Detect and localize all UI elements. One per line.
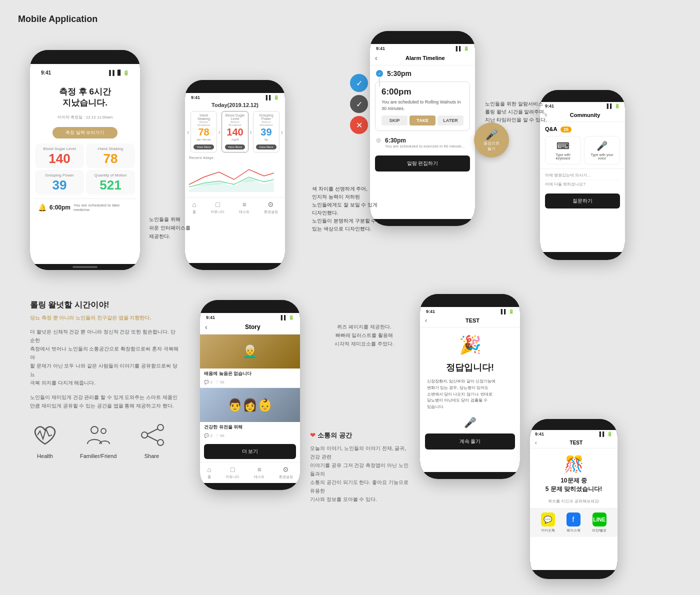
hand-shaking-label: Hand Shaking xyxy=(90,146,131,151)
qa-badge: 25 xyxy=(560,126,572,132)
story-person-icon: 👨‍🦳 xyxy=(242,344,258,358)
feature-icons-row: Health Familier/Friend xyxy=(30,420,180,459)
metric-hand-shaking: Hand Shaking 78 xyxy=(86,144,135,168)
more-btn[interactable]: 더 보기 xyxy=(204,444,296,459)
sm-label-hand: Hand Shaking xyxy=(193,114,215,120)
phone-notch-7 xyxy=(556,419,592,426)
sm-value-grasp: 39 xyxy=(256,126,278,138)
status-icons-2: ▌▌ 🔋 xyxy=(266,95,279,100)
status-time-1: 9:41 xyxy=(41,70,51,76)
nav-settings-label-2: 환경설정 xyxy=(264,210,278,214)
line-label: 라인/밸로 xyxy=(592,528,607,533)
svg-marker-0 xyxy=(189,180,274,192)
take-btn[interactable]: TAKE xyxy=(410,116,436,126)
ask-btn[interactable]: 질문하기 xyxy=(545,194,620,208)
close-btn[interactable]: ✕ xyxy=(350,116,368,134)
blood-sugar-value: 140 xyxy=(39,152,80,165)
voice-btn-6[interactable]: 🎤 xyxy=(420,414,520,430)
nav-home-2[interactable]: ⌂ 홈 xyxy=(192,200,196,214)
bottom-desc-1: 더 왈넛은 신체적 건강 뿐 아니라 정신적 건강 또한 힘쓴합니다. 단순한 … xyxy=(30,328,180,387)
voice-text: 음성으로 들기 xyxy=(484,140,500,152)
view-more-hand[interactable]: View More xyxy=(194,144,214,150)
metric-quantity: Quantity of Motion 521 xyxy=(86,170,135,194)
qa-title: Q&A xyxy=(545,126,557,132)
heart-icon-story: ❤ xyxy=(310,430,316,441)
fb-share-btn[interactable]: f 페이스북 xyxy=(566,512,580,533)
desc-alarm-text: 노인들을 위한 알람서비스 롤링 왈넛 시간을 알려주며, 지난 타임라인을 알… xyxy=(485,101,547,122)
next-arrow[interactable]: › xyxy=(280,128,283,136)
back-arrow-3[interactable]: ‹ xyxy=(375,54,378,62)
phone-notch-5 xyxy=(228,300,272,309)
bottom-nav-2: ⌂ 홈 □ 커뮤니티 ≡ 테스트 ⚙ 환경설정 xyxy=(185,197,285,216)
nav-test-5[interactable]: ≡ 테스트 xyxy=(254,466,264,480)
timeline-dot-2 xyxy=(376,138,381,143)
voice-label: Type with your voice xyxy=(588,153,616,160)
grasping-label: Grasping Power xyxy=(39,173,80,178)
mid-arrow-1[interactable]: › xyxy=(218,128,220,136)
health-icon-item: Health xyxy=(30,420,60,459)
status-time-5: 9:41 xyxy=(206,315,215,320)
line-share-btn[interactable]: LINE 라인/밸로 xyxy=(592,512,607,533)
phone-screen-6: 9:41 ▌▌ 🔋 ‹ TEST 🎉 정답입니다! 신장장환자, 임산부와 같이… xyxy=(420,307,520,472)
nav-community-2[interactable]: □ 커뮤니티 xyxy=(210,200,224,214)
phone-quiz-correct: 9:41 ▌▌ 🔋 ‹ TEST 🎉 정답입니다! 신장장환자, 임산부와 같이… xyxy=(420,294,520,479)
dark-check-btn[interactable]: ✓ xyxy=(350,95,368,113)
continue-btn[interactable]: 계속 풀기 xyxy=(425,434,515,450)
phone1-subtitle: 마지막 측정일 : 12.12 11:00am xyxy=(36,114,134,120)
nav-community-5[interactable]: □ 커뮤니티 xyxy=(226,466,240,480)
qa-keyboard-option[interactable]: ⌨ Type with keyboard xyxy=(545,136,581,164)
nav-settings-2[interactable]: ⚙ 환경설정 xyxy=(264,200,278,214)
nav-settings-5[interactable]: ⚙ 환경설정 xyxy=(279,466,293,480)
voice-bubble[interactable]: 🎤 음성으로 들기 xyxy=(474,122,509,158)
alert-desc: You are scheduled to take medicine. xyxy=(74,203,132,212)
status-icons-4: ▌▌ 🔋 xyxy=(607,104,620,108)
phone-bottom-4 xyxy=(540,252,625,257)
qa-voice-option[interactable]: 🎤 Type with your voice xyxy=(584,136,620,164)
phone-bottom-1 xyxy=(30,264,140,270)
kakao-share-btn[interactable]: 💬 카카오톡 xyxy=(541,512,555,533)
alarm-edit-btn[interactable]: 알람 편집하기 xyxy=(375,156,470,172)
back-arrow-7[interactable]: ‹ xyxy=(535,440,537,446)
prev-arrow[interactable]: ‹ xyxy=(187,128,190,136)
correct-badge-area: 🎉 정답입니다! 신장장환자, 임산부와 같이 신장기능에 변화가 있는 경우,… xyxy=(420,328,520,414)
skip-btn[interactable]: SKIP xyxy=(382,116,408,126)
svg-line-11 xyxy=(148,429,158,434)
phone1-btn-area: 측정 달력 보러가기 xyxy=(34,127,136,138)
svg-point-10 xyxy=(142,432,148,438)
nav-home-5[interactable]: ⌂ 홈 xyxy=(207,466,211,480)
view-more-sugar[interactable]: View More xyxy=(225,144,245,150)
metric-blood-sugar: Blood Sugar Level 140 xyxy=(35,144,84,168)
phone-today-stats: 9:41 ▌▌ 🔋 Today(2019.12.12) ‹ Hand Shaki… xyxy=(185,80,285,270)
voice-icon-6: 🎤 xyxy=(464,417,476,428)
home-indicator-1 xyxy=(72,266,98,268)
check-btn[interactable]: ✓ xyxy=(350,74,368,92)
back-arrow-5[interactable]: ‹ xyxy=(205,323,208,331)
timeline-item-1: ✓ 5:30pm xyxy=(370,66,475,82)
back-arrow-6[interactable]: ‹ xyxy=(425,317,427,324)
status-icons-1: ▌▌ ▊ 🔋 xyxy=(109,70,129,76)
result-header-7: ‹ TEST xyxy=(530,438,618,448)
keyboard-label: Type with keyboard xyxy=(548,153,578,160)
correct-title: 정답입니다! xyxy=(425,362,515,374)
later-btn[interactable]: LATER xyxy=(438,116,464,126)
result-title-7-header: TEST xyxy=(540,440,612,446)
status-bar-3: 9:41 ▌▌ 🔋 xyxy=(370,44,475,52)
story-header: ‹ Story xyxy=(200,321,300,334)
measure-calendar-btn[interactable]: 측정 달력 보러가기 xyxy=(52,127,118,138)
nav-test-2[interactable]: ≡ 테스트 xyxy=(239,200,250,214)
alert-time: 6:00pm xyxy=(50,204,70,211)
nav-home-label-2: 홈 xyxy=(192,210,196,214)
timeline-time-2: 6:30pm xyxy=(385,137,464,144)
test-title-6: TEST xyxy=(430,318,515,324)
familier-label: Familier/Friend xyxy=(80,453,116,459)
metric-card-grasp: Grasping Power Before Breakfast 39 kg Vi… xyxy=(253,111,280,152)
test-icon-2: ≡ xyxy=(242,200,246,208)
nav-community-label-5: 커뮤니티 xyxy=(226,474,240,480)
home-icon-5: ⌂ xyxy=(207,466,211,474)
phone-bottom-5 xyxy=(200,483,300,488)
familier-icon-circle xyxy=(84,420,114,450)
mid-arrow-2[interactable]: › xyxy=(250,128,252,136)
view-more-grasp[interactable]: View More xyxy=(256,144,276,150)
status-icons-5: ▌▌ 🔋 xyxy=(281,315,294,320)
story-img-1: 👨‍🦳 xyxy=(200,334,300,368)
